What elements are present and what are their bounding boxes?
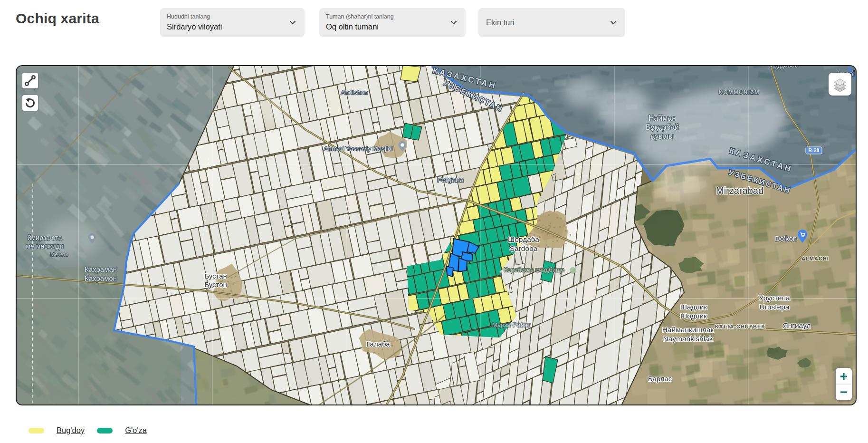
- svg-text:Галаба: Галаба: [366, 340, 390, 348]
- svg-text:KOMMUNIZM: KOMMUNIZM: [719, 89, 760, 95]
- svg-text:Do'kon: Do'kon: [775, 234, 797, 242]
- svg-text:Ahmad Yassaviy Masjidi: Ahmad Yassaviy Masjidi: [324, 145, 392, 152]
- svg-text:Бұқарбай: Бұқарбай: [646, 123, 679, 131]
- svg-text:Барлас: Барлас: [648, 375, 672, 383]
- svg-text:Urustepa: Urustepa: [760, 303, 790, 311]
- svg-text:Мурза-Рабат: Мурза-Рабат: [492, 321, 530, 328]
- svg-text:Шадлик: Шадлик: [680, 303, 707, 311]
- svg-text:KATTA-CHUYBEK: KATTA-CHUYBEK: [715, 324, 766, 329]
- svg-text:R-28: R-28: [809, 147, 820, 153]
- svg-text:Кахрамон: Кахрамон: [85, 274, 117, 282]
- svg-text:Mirzarabad: Mirzarabad: [716, 185, 763, 196]
- svg-text:Бустон: Бустон: [204, 280, 227, 289]
- svg-text:ме масжиди: ме масжиди: [26, 242, 63, 250]
- svg-text:Naymankishlak: Naymankishlak: [663, 335, 713, 343]
- svg-text:Янгиаул: Янгиаул: [783, 321, 811, 329]
- svg-text:Урустепа: Урустепа: [759, 294, 790, 302]
- svg-text:Мечеть: Мечеть: [50, 251, 68, 257]
- svg-text:Трудовое: Трудовое: [770, 66, 799, 69]
- svg-text:ауылы: ауылы: [650, 132, 674, 140]
- svg-text:Корейское кладбище: Корейское кладбище: [504, 266, 564, 273]
- svg-text:Кахраман: Кахраман: [85, 265, 117, 273]
- svg-text:Sardoba: Sardoba: [510, 244, 538, 252]
- svg-text:Andishon: Andishon: [341, 89, 368, 96]
- svg-text:Найманкишлак: Найманкишлак: [662, 326, 714, 334]
- svg-text:Найман: Найман: [649, 114, 676, 122]
- svg-text:ймирза ота: ймирза ота: [28, 234, 62, 241]
- svg-text:Шордаба: Шордаба: [508, 235, 539, 243]
- svg-text:Бустан: Бустан: [204, 272, 227, 280]
- svg-text:Шодлик: Шодлик: [680, 312, 707, 320]
- svg-text:Fergana: Fergana: [437, 175, 464, 183]
- svg-text:ALMACHI: ALMACHI: [801, 256, 829, 261]
